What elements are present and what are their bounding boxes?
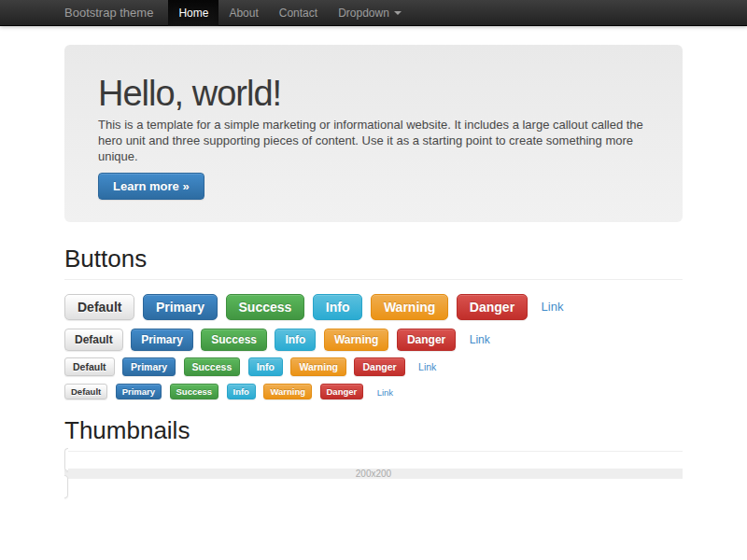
nav-item-contact-label: Contact: [279, 0, 317, 26]
danger-button-xs[interactable]: Danger: [320, 384, 364, 399]
success-button-lg[interactable]: Success: [226, 294, 305, 320]
success-button-sm[interactable]: Success: [184, 357, 241, 376]
warning-button-sm[interactable]: Warning: [290, 357, 346, 376]
learn-more-button[interactable]: Learn more »: [98, 173, 204, 200]
hero-description: This is a template for a simple marketin…: [98, 117, 649, 164]
nav-item-home[interactable]: Home: [168, 0, 218, 26]
link-button-lg[interactable]: Link: [542, 300, 564, 314]
info-button-lg[interactable]: Info: [313, 294, 363, 320]
info-button-md[interactable]: Info: [275, 329, 316, 351]
hero-title: Hello, world!: [98, 76, 649, 111]
warning-button-md[interactable]: Warning: [324, 329, 389, 351]
nav-item-home-label: Home: [178, 0, 208, 26]
default-button-sm[interactable]: Default: [64, 357, 115, 376]
navbar-nav: Home About Contact Dropdown: [168, 0, 411, 26]
button-row-extra-small: Default Primary Success Info Warning Dan…: [64, 383, 683, 399]
info-button-xs[interactable]: Info: [227, 384, 256, 399]
button-row-default: Default Primary Success Info Warning Dan…: [64, 329, 683, 351]
navbar: Bootstrap theme Home About Contact Dropd…: [0, 0, 747, 26]
default-button-xs[interactable]: Default: [64, 384, 107, 399]
placeholder-image: 200x200: [64, 469, 683, 479]
buttons-page-header: Buttons: [64, 246, 683, 280]
nav-item-contact[interactable]: Contact: [269, 0, 328, 26]
link-button-xs[interactable]: Link: [377, 387, 393, 398]
danger-button-md[interactable]: Danger: [397, 329, 456, 351]
hero-unit: Hello, world! This is a template for a s…: [64, 45, 683, 222]
thumbnail-item[interactable]: 200x200: [64, 448, 683, 498]
success-button-md[interactable]: Success: [201, 329, 267, 351]
primary-button-xs[interactable]: Primary: [116, 384, 162, 399]
caret-down-icon: [394, 11, 402, 15]
danger-button-sm[interactable]: Danger: [354, 357, 404, 376]
navbar-inner: Bootstrap theme Home About Contact Dropd…: [64, 0, 683, 26]
primary-button-sm[interactable]: Primary: [122, 357, 176, 376]
placeholder-image-label: 200x200: [356, 469, 391, 479]
nav-item-about[interactable]: About: [218, 0, 268, 26]
default-button-lg[interactable]: Default: [64, 294, 134, 320]
nav-item-about-label: About: [229, 0, 258, 26]
nav-item-dropdown-label: Dropdown: [338, 0, 389, 26]
warning-button-lg[interactable]: Warning: [371, 294, 448, 320]
link-button-sm[interactable]: Link: [418, 361, 436, 372]
buttons-section-title: Buttons: [64, 246, 683, 271]
primary-button-md[interactable]: Primary: [131, 329, 193, 351]
button-row-large: Default Primary Success Info Warning Dan…: [64, 294, 683, 320]
danger-button-lg[interactable]: Danger: [457, 294, 528, 320]
thumbnails-section-title: Thumbnails: [64, 418, 683, 442]
warning-button-xs[interactable]: Warning: [263, 384, 312, 399]
info-button-sm[interactable]: Info: [248, 357, 283, 376]
thumbnails-page-header: Thumbnails: [64, 418, 683, 452]
default-button-md[interactable]: Default: [64, 329, 123, 351]
button-row-small: Default Primary Success Info Warning Dan…: [64, 357, 683, 376]
navbar-brand[interactable]: Bootstrap theme: [64, 0, 153, 26]
nav-item-dropdown[interactable]: Dropdown: [328, 0, 412, 26]
success-button-xs[interactable]: Success: [170, 384, 219, 399]
primary-button-lg[interactable]: Primary: [143, 294, 218, 320]
link-button-md[interactable]: Link: [470, 333, 490, 346]
